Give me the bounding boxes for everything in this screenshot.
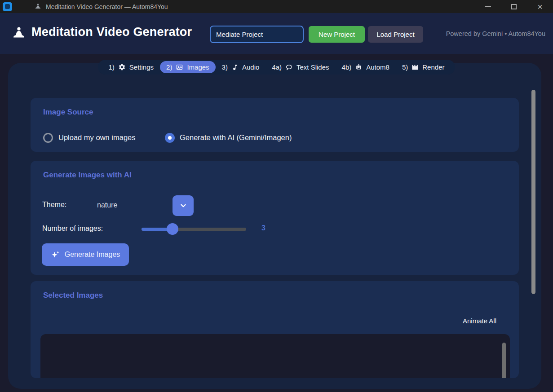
tab-images[interactable]: 2) Images <box>160 61 216 73</box>
tab-label: Audio <box>242 63 259 71</box>
music-note-icon <box>231 64 239 71</box>
app-header: Meditation Video Generator New Project L… <box>0 13 553 54</box>
tab-text-slides[interactable]: 4a) Text Slides <box>265 61 335 73</box>
theme-value: nature <box>97 201 117 209</box>
app-logo-icon <box>3 2 12 11</box>
radio-upload-images[interactable] <box>43 133 53 143</box>
generate-images-card: Generate Images with AI Theme: nature Nu… <box>31 161 519 275</box>
meditation-person-icon <box>12 26 26 42</box>
tab-prefix: 1) <box>109 63 115 71</box>
section-title: Selected Images <box>43 291 103 300</box>
radio-label[interactable]: Generate with AI (Gemini/Imagen) <box>180 133 292 142</box>
slider-thumb[interactable] <box>167 223 178 235</box>
clapperboard-icon <box>411 64 419 71</box>
tab-autom8[interactable]: 4b) Autom8 <box>336 61 396 73</box>
image-icon <box>176 63 183 71</box>
minimize-icon[interactable] <box>475 0 501 13</box>
page-title: Meditation Video Generator <box>31 25 192 39</box>
tab-label: Autom8 <box>366 63 389 71</box>
tab-prefix: 4a) <box>272 63 282 71</box>
tab-label: Text Slides <box>296 63 329 71</box>
generate-button-label: Generate Images <box>65 251 120 259</box>
tab-label: Render <box>422 63 444 71</box>
robot-icon <box>355 63 363 71</box>
chevron-down-icon <box>179 201 188 210</box>
titlebar: Meditation Video Generator — Autom84You … <box>0 0 553 13</box>
window-title: Meditation Video Generator — Autom84You <box>46 3 168 10</box>
tab-render[interactable]: 5) Render <box>396 61 451 73</box>
animate-all-toggle[interactable]: Animate All <box>463 317 496 325</box>
tab-label: Images <box>187 63 209 71</box>
speech-bubble-icon <box>285 63 293 71</box>
step-tabbar: 1) Settings 2) Images 3) Audio <box>98 60 456 75</box>
image-count-slider[interactable] <box>142 223 246 235</box>
image-count-label: Number of images: <box>42 225 103 233</box>
theme-dropdown-button[interactable] <box>173 195 194 216</box>
project-name-input[interactable] <box>210 26 304 43</box>
section-title: Generate Images with AI <box>43 171 132 180</box>
close-icon[interactable]: × <box>527 0 553 13</box>
tab-prefix: 4b) <box>342 63 352 71</box>
selected-images-list <box>40 334 510 378</box>
load-project-button[interactable]: Load Project <box>368 26 423 43</box>
radio-label[interactable]: Upload my own images <box>58 133 136 142</box>
page-scrollbar[interactable] <box>531 90 535 294</box>
tab-audio[interactable]: 3) Audio <box>216 61 266 73</box>
meditation-person-icon <box>35 3 41 10</box>
tab-prefix: 3) <box>222 63 228 71</box>
new-project-button[interactable]: New Project <box>309 26 365 43</box>
radio-generate-ai[interactable] <box>165 133 175 143</box>
image-source-card: Image Source Upload my own images Genera… <box>31 98 519 152</box>
image-list-scrollbar[interactable] <box>502 343 506 378</box>
tab-prefix: 2) <box>166 63 172 71</box>
tab-settings[interactable]: 1) Settings <box>102 61 160 73</box>
section-title: Image Source <box>43 108 93 117</box>
generate-images-button[interactable]: Generate Images <box>42 243 129 266</box>
main-panel: Image Source Upload my own images Genera… <box>8 63 541 389</box>
maximize-icon[interactable] <box>501 0 527 13</box>
image-count-value: 3 <box>261 224 265 232</box>
gear-icon <box>118 63 126 71</box>
sparkle-icon <box>51 251 60 259</box>
theme-label: Theme: <box>42 201 66 209</box>
tab-label: Settings <box>129 63 154 71</box>
app-window: Meditation Video Generator — Autom84You … <box>0 0 553 392</box>
tab-prefix: 5) <box>402 63 408 71</box>
powered-by-text: Powered by Gemini • Autom84You <box>446 30 545 37</box>
selected-images-card: Selected Images Animate All <box>31 281 519 378</box>
